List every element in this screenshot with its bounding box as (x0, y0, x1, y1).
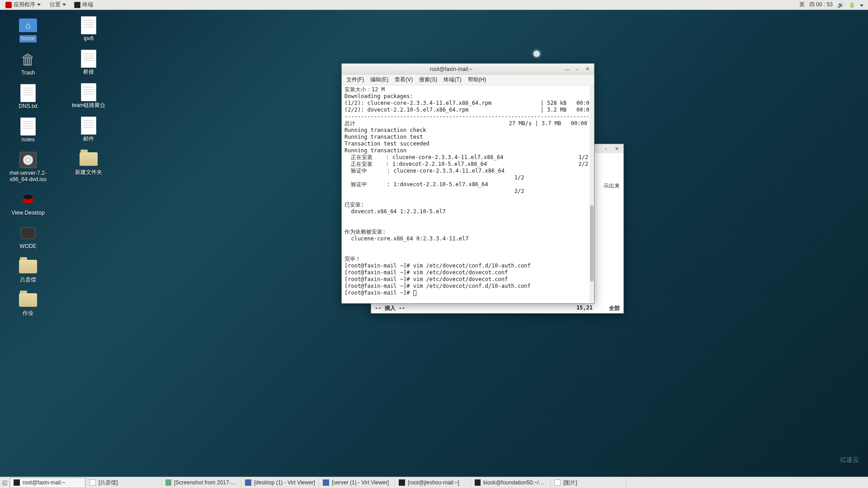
terminal-menu-item[interactable]: 终端(T) (441, 75, 464, 84)
vim-mode: -- 插入 -- (375, 305, 405, 312)
ime-indicator[interactable]: 英 (799, 1, 805, 9)
desktop-icon-ipv6[interactable]: ipv6 (67, 16, 110, 42)
scrollbar-thumb[interactable] (590, 205, 594, 282)
desktop-icon-label: 新建文件夹 (75, 169, 102, 175)
desktop-icon-notes[interactable]: notes (6, 117, 50, 143)
terminal-menu-item[interactable]: 帮助(H) (465, 75, 489, 84)
term-icon (475, 479, 481, 486)
desktop-icon-label: 桥接 (83, 69, 94, 75)
maximize-button[interactable]: ▫ (574, 66, 580, 72)
taskbar-label: [desktop (1) - Virt Viewer] (254, 479, 315, 486)
terminal-window[interactable]: root@faxin-mail:~ — ▫ ✕ 文件(F)编辑(E)查看(V)搜… (341, 63, 594, 304)
taskbar-button[interactable]: [吕彦儒] (86, 478, 162, 488)
desktop-icon-dns[interactable]: DNS.txt (6, 84, 50, 109)
desktop-icon-home[interactable]: home (6, 16, 50, 42)
watermark: 亿速云 (840, 456, 859, 464)
desktop-icon-label: home (19, 35, 37, 42)
svg-point-0 (24, 195, 33, 199)
places-label: 位置 (50, 1, 61, 9)
taskbar-button[interactable]: root@faxin-mail:~ (10, 478, 86, 488)
desktop-icon-wode[interactable]: WODE (6, 224, 50, 249)
text-file-icon (81, 50, 96, 68)
desktop-icon-zuoye[interactable]: 作业 (6, 291, 50, 316)
terminal-menubar: 文件(F)编辑(E)查看(V)搜索(S)终端(T)帮助(H) (342, 75, 594, 85)
terminal-menu-item[interactable]: 搜索(S) (416, 75, 440, 84)
battery-icon[interactable]: 🔋 (849, 2, 855, 8)
home-folder-icon (19, 19, 37, 32)
running-app-label: 终端 (82, 1, 93, 9)
desktop-icon-label: Trash (21, 70, 35, 76)
desktop-icon-lvyanru[interactable]: 吕彦儒 (6, 258, 50, 283)
terminal-output[interactable]: 安装大小：12 M Downloading packages: (1/2): c… (342, 85, 594, 303)
places-menu[interactable]: 位置 (46, 0, 70, 9)
close-button[interactable]: ✕ (584, 66, 590, 72)
terminal-icon (74, 2, 80, 8)
taskbar-button[interactable]: [desktop (1) - Virt Viewer] (241, 478, 319, 488)
desktop-icon-label: View Desktop (11, 210, 44, 216)
desktop-icon-rheliso[interactable]: rhel-server-7.2-x86_64-dvd.iso (6, 151, 50, 183)
taskbar-button[interactable]: [server (1) - Virt Viewer] (319, 478, 395, 488)
desktop[interactable]: home🗑TrashDNS.txtnotesrhel-server-7.2-x8… (0, 10, 868, 477)
text-file-icon (20, 84, 36, 102)
volume-icon[interactable]: 🔊 (837, 2, 844, 8)
chevron-down-icon (62, 4, 66, 6)
text-file-icon (81, 117, 96, 135)
taskbar-button[interactable]: [图片] (551, 478, 627, 488)
vim-status-line: -- 插入 -- 15,21 全部 (375, 305, 620, 312)
terminal-menu-item[interactable]: 文件(F) (344, 75, 367, 84)
text-file-icon (20, 117, 36, 136)
terminal-menu-item[interactable]: 查看(V) (392, 75, 415, 84)
desktop-icon-newfolder[interactable]: 新建文件夹 (67, 150, 110, 175)
show-desktop-button[interactable]: ◱ (0, 478, 10, 488)
close-button[interactable]: ✕ (613, 145, 620, 152)
trash-icon: 🗑 (20, 51, 36, 69)
minimize-button[interactable]: — (564, 66, 571, 72)
desktop-icon-qiaojie[interactable]: 桥接 (67, 50, 110, 75)
desktop-icon-viewdesk[interactable]: View Desktop (6, 191, 50, 216)
decorative-dot (533, 51, 540, 57)
taskbar-label: [吕彦儒] (99, 479, 118, 487)
bottom-panel: ◱ root@faxin-mail:~[吕彦儒][Screenshot from… (0, 477, 868, 488)
taskbar-button[interactable]: [root@jieshou-mail:~] (395, 478, 471, 488)
system-menu[interactable] (860, 2, 863, 8)
folder-icon (19, 293, 37, 307)
desktop-icon-label: WODE (19, 243, 36, 249)
virt-icon (323, 479, 329, 486)
taskbar-label: kiosk@foundation50:~/桌面 (483, 479, 547, 487)
desktop-icon-label: DNS.txt (19, 103, 37, 109)
desktop-icon-youjian[interactable]: 邮件 (67, 117, 110, 142)
running-app-indicator[interactable]: 终端 (71, 1, 96, 9)
desktop-icon-team[interactable]: team链路聚合 (67, 83, 110, 108)
taskbar-label: [图片] (563, 479, 577, 487)
taskbar-button[interactable]: [Screenshot from 2017-05… (162, 478, 241, 488)
vim-scroll-pct: 全部 (593, 305, 620, 312)
desktop-icon-label: 邮件 (83, 136, 94, 142)
applications-label: 应用程序 (14, 1, 35, 9)
redhat-logo-icon (5, 2, 12, 8)
text-file-icon (81, 83, 96, 101)
desktop-icon-label: rhel-server-7.2-x86_64-dvd.iso (6, 170, 50, 183)
clock[interactable]: 四 00 : 53 (809, 1, 833, 9)
desktop-icon-label: notes (21, 136, 34, 143)
applications-menu[interactable]: 应用程序 (2, 0, 44, 9)
desktop-icon-label: 吕彦儒 (20, 277, 36, 283)
taskbar-label: [root@jieshou-mail:~] (408, 479, 459, 486)
desktop-icon-trash[interactable]: 🗑Trash (6, 51, 50, 76)
terminal-title: root@faxin-mail:~ (342, 66, 561, 72)
taskbar-button[interactable]: kiosk@foundation50:~/桌面 (471, 478, 551, 488)
file-icon (90, 479, 96, 486)
terminal-prompt: [root@faxin-mail ~]# (344, 290, 413, 296)
disc-icon (19, 152, 37, 168)
terminal-cursor (413, 290, 416, 296)
chevron-down-icon (37, 4, 41, 6)
scrollbar[interactable] (590, 85, 594, 303)
terminal-menu-item[interactable]: 编辑(E) (368, 75, 391, 84)
maximize-button[interactable]: ▫ (603, 145, 609, 152)
img-icon (165, 479, 171, 486)
taskbar-label: [Screenshot from 2017-05… (174, 479, 237, 486)
terminal-titlebar[interactable]: root@faxin-mail:~ — ▫ ✕ (342, 64, 594, 75)
term-icon (399, 479, 405, 486)
virt-icon (245, 479, 251, 486)
text-file-icon (81, 16, 96, 34)
redhat-icon (19, 192, 37, 208)
